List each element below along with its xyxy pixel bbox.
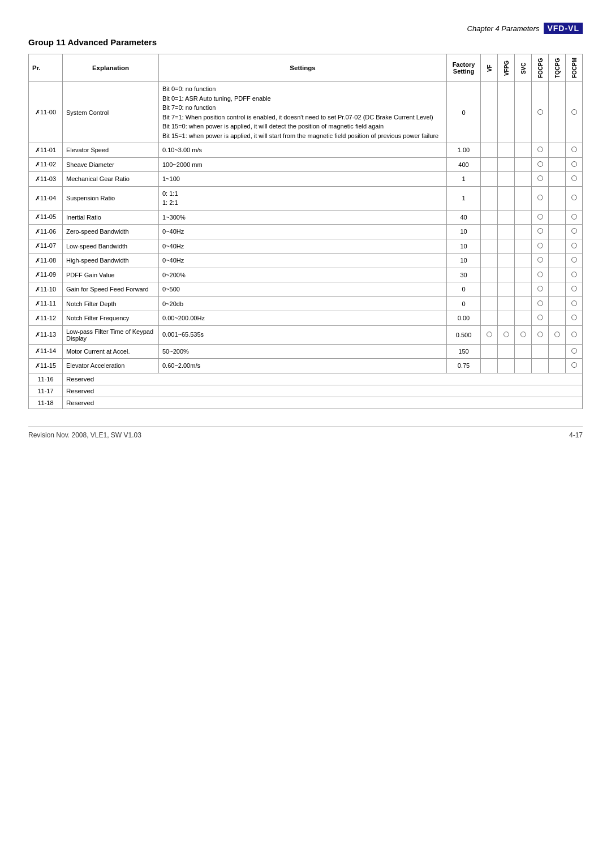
factory-cell: 1 — [447, 186, 481, 210]
focpm-circle — [571, 332, 577, 337]
svc-circle — [520, 332, 526, 337]
explanation-cell: Gain for Speed Feed Forward — [63, 282, 159, 297]
focpm-circle — [571, 228, 577, 234]
settings-cell: 0~20db — [159, 297, 447, 311]
vfpg-cell — [498, 157, 515, 172]
pr-cell: 11-16 — [29, 373, 63, 385]
tqcpg-cell — [549, 359, 566, 373]
pr-cell: ✗11-08 — [29, 253, 63, 268]
table-row: ✗11-08High-speed Bandwidth0~40Hz10 — [29, 253, 583, 268]
focpm-cell — [566, 239, 583, 253]
vf-circle — [487, 332, 492, 337]
focpm-cell — [566, 297, 583, 311]
table-row: ✗11-03Mechanical Gear Ratio1~1001 — [29, 172, 583, 187]
col-vf: VF — [481, 54, 498, 82]
factory-cell: 10 — [447, 253, 481, 268]
col-factory: Factory Setting — [447, 54, 481, 82]
focpg-circle — [537, 161, 543, 167]
focpg-circle — [537, 315, 543, 320]
pr-cell: ✗11-14 — [29, 344, 63, 359]
settings-cell: 0.00~200.00Hz — [159, 311, 447, 326]
focpm-cell — [566, 359, 583, 373]
vf-cell — [481, 297, 498, 311]
pr-cell: ✗11-13 — [29, 325, 63, 344]
reserved-cell: Reserved — [63, 385, 583, 397]
pr-cell: ✗11-11 — [29, 297, 63, 311]
focpg-cell — [532, 225, 549, 239]
focpg-circle — [537, 109, 543, 115]
pr-cell: ✗11-12 — [29, 311, 63, 326]
pr-cell: ✗11-04 — [29, 186, 63, 210]
factory-cell: 400 — [447, 157, 481, 172]
tqcpg-cell — [549, 143, 566, 158]
vfpg-cell — [498, 297, 515, 311]
pr-cell: ✗11-01 — [29, 143, 63, 158]
factory-cell: 150 — [447, 344, 481, 359]
focpg-cell — [532, 82, 549, 143]
tqcpg-cell — [549, 325, 566, 344]
table-row: ✗11-13Low-pass Filter Time of Keypad Dis… — [29, 325, 583, 344]
vfpg-cell — [498, 186, 515, 210]
settings-cell: 0~40Hz — [159, 239, 447, 253]
svc-cell — [515, 82, 532, 143]
explanation-cell: Inertial Ratio — [63, 210, 159, 225]
tqcpg-cell — [549, 157, 566, 172]
table-body: ✗11-00System ControlBit 0=0: no function… — [29, 82, 583, 409]
factory-cell: 0 — [447, 297, 481, 311]
svc-cell — [515, 225, 532, 239]
vf-cell — [481, 282, 498, 297]
focpg-cell — [532, 172, 549, 187]
explanation-cell: Zero-speed Bandwidth — [63, 225, 159, 239]
tqcpg-cell — [549, 186, 566, 210]
focpg-circle — [537, 214, 543, 220]
focpm-circle — [571, 315, 577, 320]
focpg-cell — [532, 325, 549, 344]
svc-cell — [515, 359, 532, 373]
explanation-cell: High-speed Bandwidth — [63, 253, 159, 268]
settings-cell: 1~300% — [159, 210, 447, 225]
svc-cell — [515, 157, 532, 172]
explanation-cell: Mechanical Gear Ratio — [63, 172, 159, 187]
vf-cell — [481, 186, 498, 210]
tqcpg-cell — [549, 225, 566, 239]
focpm-circle — [571, 348, 577, 354]
col-pr: Pr. — [29, 54, 63, 82]
vfpg-cell — [498, 282, 515, 297]
pr-cell: 11-17 — [29, 385, 63, 397]
vf-cell — [481, 359, 498, 373]
focpg-circle — [537, 228, 543, 234]
table-row: ✗11-00System ControlBit 0=0: no function… — [29, 82, 583, 143]
page-number: 4-17 — [569, 431, 583, 439]
focpm-circle — [571, 214, 577, 220]
col-focpm: FOCPM — [566, 54, 583, 82]
focpg-cell — [532, 143, 549, 158]
focpg-circle — [537, 257, 543, 263]
settings-cell: 0~40Hz — [159, 253, 447, 268]
focpm-circle — [571, 257, 577, 263]
table-row: ✗11-12Notch Filter Frequency0.00~200.00H… — [29, 311, 583, 326]
svc-cell — [515, 210, 532, 225]
focpg-circle — [537, 195, 543, 200]
focpm-cell — [566, 186, 583, 210]
vf-cell — [481, 210, 498, 225]
pr-cell: ✗11-10 — [29, 282, 63, 297]
focpm-cell — [566, 282, 583, 297]
focpg-cell — [532, 344, 549, 359]
pr-cell: ✗11-03 — [29, 172, 63, 187]
vf-cell — [481, 82, 498, 143]
vf-cell — [481, 225, 498, 239]
vfpg-cell — [498, 268, 515, 282]
settings-cell: 0~40Hz — [159, 225, 447, 239]
pr-cell: ✗11-15 — [29, 359, 63, 373]
vfpg-cell — [498, 311, 515, 326]
focpm-circle — [571, 147, 577, 152]
vfpg-cell — [498, 143, 515, 158]
pr-cell: ✗11-05 — [29, 210, 63, 225]
table-row: 11-16Reserved — [29, 373, 583, 385]
reserved-cell: Reserved — [63, 397, 583, 409]
table-row: ✗11-11Notch Filter Depth0~20db0 — [29, 297, 583, 311]
svc-cell — [515, 325, 532, 344]
focpg-circle — [537, 272, 543, 277]
focpm-circle — [571, 161, 577, 167]
svc-cell — [515, 172, 532, 187]
